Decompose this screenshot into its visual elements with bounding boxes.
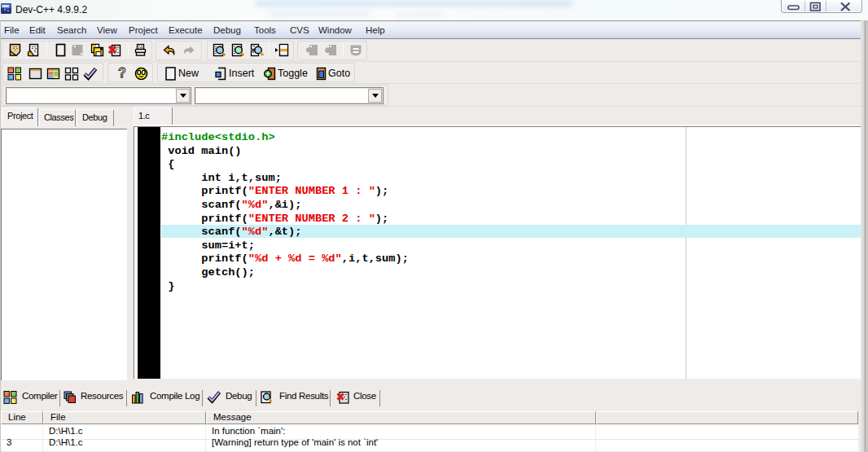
- svg-text:?: ?: [118, 66, 126, 80]
